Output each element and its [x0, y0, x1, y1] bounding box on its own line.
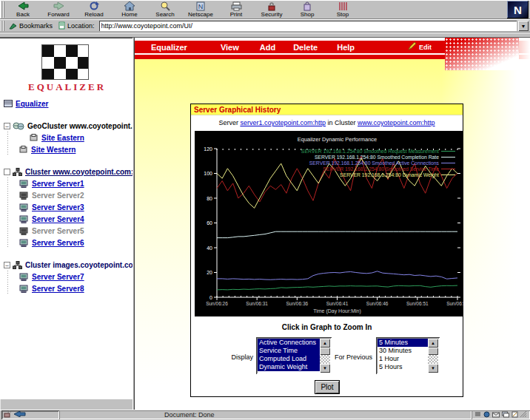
tree-expander[interactable]: –	[4, 262, 10, 268]
cluster-link[interactable]: www.coyotepoint.com:http	[358, 119, 435, 126]
tree-item-label[interactable]: Server Server1	[32, 180, 84, 188]
tree-item-label[interactable]: Cluster www.coyotepoint.com:http	[25, 168, 132, 176]
tree-item[interactable]: Cluster www.coyotepoint.com:http	[0, 166, 132, 177]
tree-item-label[interactable]: Site Western	[31, 146, 76, 154]
display-option[interactable]: Active Connections	[258, 339, 320, 347]
tree-item-label[interactable]: Server Server4	[32, 215, 84, 223]
menu-delete[interactable]: Delete	[293, 43, 318, 52]
bookmark-icon	[9, 21, 17, 31]
tree-item-label[interactable]: Server Server8	[32, 285, 84, 293]
toolbar-grip[interactable]	[1, 1, 5, 18]
search-button[interactable]: Search	[148, 1, 182, 18]
svg-text:Sun/06:56: Sun/06:56	[446, 301, 463, 306]
server-icon	[19, 285, 29, 293]
back-button[interactable]: Back	[6, 1, 40, 18]
tree-item[interactable]: Server Server6	[0, 237, 132, 248]
bookmarks-button[interactable]: Bookmarks	[7, 21, 57, 31]
menu-help[interactable]: Help	[337, 43, 355, 52]
main-frame: Equalizer View Add Delete Help Edit Serv…	[135, 38, 530, 410]
chart-svg: 020406080100120Sun/06:26Sun/06:31Sun/06:…	[195, 131, 463, 316]
server-down-icon	[19, 192, 29, 200]
display-listbox-scrollbar[interactable]: ▲ ▼	[320, 339, 330, 373]
menu-add[interactable]: Add	[260, 43, 275, 52]
menu-view[interactable]: View	[221, 43, 239, 52]
menu-edit[interactable]: Edit	[408, 42, 432, 52]
discussions-icon[interactable]	[502, 411, 509, 419]
list-icon[interactable]	[474, 411, 481, 419]
toolbar-separator	[0, 33, 530, 38]
tree-item-label[interactable]: Server Server6	[32, 239, 84, 247]
locbar-grip[interactable]	[1, 21, 5, 31]
tree-expander[interactable]: –	[4, 123, 10, 129]
tree-item[interactable]: Server Server8	[0, 282, 132, 294]
previous-option[interactable]: 5 Minutes	[378, 339, 428, 347]
server-link[interactable]: server1.coyotepoint.com:http	[240, 119, 326, 126]
display-option[interactable]: Dynamic Weight	[258, 363, 320, 371]
equalizer-icon	[4, 100, 13, 107]
tree-item[interactable]: Server Server3	[0, 201, 132, 213]
plot-button[interactable]: Plot	[315, 380, 340, 394]
home-button[interactable]: Home	[113, 1, 147, 18]
tree-item[interactable]: Server Server1	[0, 177, 132, 189]
tree-item-label[interactable]: Equalizer	[16, 100, 48, 108]
tree-item[interactable]: Server Server4	[0, 213, 132, 225]
composer-icon[interactable]	[511, 411, 518, 419]
svg-text:120: 120	[204, 146, 212, 152]
print-icon	[231, 1, 242, 11]
security-button[interactable]: Security	[255, 1, 289, 18]
forward-button[interactable]: Forward	[41, 1, 76, 18]
netscape-window: Back Forward Reload Home Search N Netsca…	[0, 0, 530, 420]
back-icon	[18, 1, 29, 11]
scroll-up-arrow[interactable]: ▲	[428, 339, 438, 348]
tree-item-label[interactable]: Server Server3	[32, 203, 84, 211]
panel-title: Server Graphical History	[191, 104, 463, 115]
tree-item[interactable]: Server Server5	[0, 225, 132, 237]
previous-option[interactable]: 5 Hours	[378, 363, 428, 371]
display-option[interactable]: Service Time	[258, 347, 320, 355]
navigator-icon[interactable]	[483, 411, 490, 419]
mailbox-icon[interactable]	[492, 411, 500, 419]
previous-option[interactable]: 30 Minutes	[378, 347, 428, 355]
site-icon	[19, 146, 28, 153]
insecure-lock-icon[interactable]	[4, 410, 11, 419]
performance-chart[interactable]: 020406080100120Sun/06:26Sun/06:31Sun/06:…	[195, 131, 463, 316]
tree-item[interactable]: –Cluster images.coyotepoint.com:	[0, 259, 132, 271]
location-bar: Bookmarks Location: ▼	[0, 19, 530, 33]
previous-option[interactable]: 1 Hour	[378, 355, 428, 363]
tree-item[interactable]: –GeoCluster www.coyotepoint.com	[0, 120, 132, 132]
netscape-button[interactable]: N Netscape	[184, 1, 218, 18]
for-previous-label: For Previous	[334, 353, 372, 361]
print-button[interactable]: Print	[219, 1, 253, 18]
previous-listbox[interactable]: 5 Minutes30 Minutes1 Hour5 Hours ▲ ▼	[376, 337, 440, 374]
tree-item[interactable]: Equalizer	[0, 98, 132, 109]
previous-listbox-scrollbar[interactable]: ▲ ▼	[428, 339, 438, 373]
display-listbox[interactable]: Active ConnectionsService TimeComputed L…	[256, 337, 332, 374]
tree-item[interactable]: Site Western	[0, 143, 132, 155]
tree-item-label[interactable]: Cluster images.coyotepoint.com:	[25, 261, 132, 269]
tree-expander[interactable]	[4, 169, 10, 175]
tree-item-label[interactable]: GeoCluster www.coyotepoint.com	[27, 122, 132, 130]
tree-item[interactable]: Server Server2	[0, 189, 132, 201]
display-option[interactable]: Computed Load	[258, 355, 320, 363]
scroll-down-arrow[interactable]: ▼	[320, 364, 330, 373]
tree-item-label[interactable]: Site Eastern	[41, 134, 84, 142]
shop-button[interactable]: Shop	[290, 1, 324, 18]
server-icon	[19, 273, 29, 281]
tree-item[interactable]: Site Eastern	[0, 132, 132, 143]
reload-button[interactable]: Reload	[77, 1, 111, 18]
url-dropdown-arrow[interactable]: ▼	[518, 21, 529, 31]
netscape-logo[interactable]: N	[507, 1, 529, 18]
scroll-up-arrow[interactable]: ▲	[320, 339, 330, 348]
geocluster-icon	[13, 122, 24, 130]
home-icon	[124, 1, 135, 11]
url-input[interactable]	[99, 21, 517, 31]
scroll-down-arrow[interactable]: ▼	[428, 364, 438, 373]
status-message: Document: Done	[59, 410, 472, 419]
svg-text:SERVER 192.168.1.254:80 Smooth: SERVER 192.168.1.254:80 Smoothed Active …	[309, 160, 440, 166]
tree-item[interactable]: Server Server7	[0, 271, 132, 282]
tree-item-label[interactable]: Server Server7	[32, 273, 84, 281]
resize-grip[interactable]	[520, 411, 527, 419]
stop-button[interactable]: Stop	[326, 1, 360, 18]
menu-equalizer[interactable]: Equalizer	[151, 43, 187, 52]
navigation-tree: Equalizer–GeoCluster www.coyotepoint.com…	[0, 98, 132, 294]
